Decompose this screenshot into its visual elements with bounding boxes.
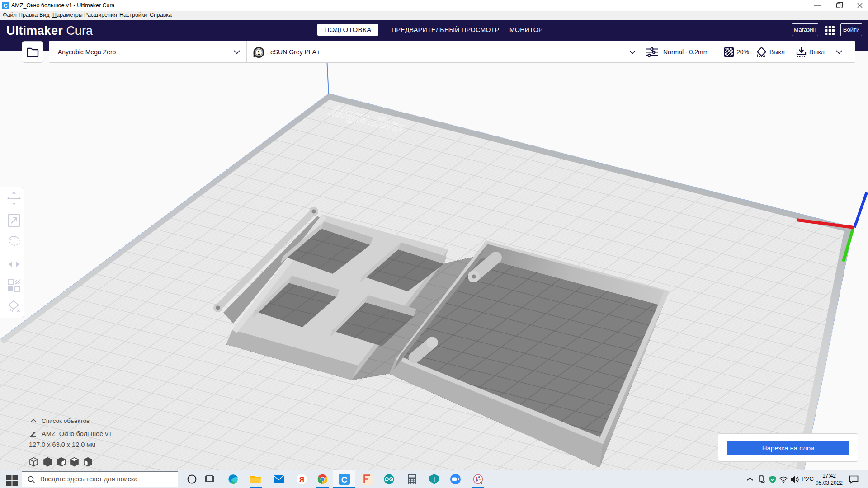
svg-text:C: C xyxy=(4,2,8,9)
svg-text:Я: Я xyxy=(299,475,304,483)
svg-text:C: C xyxy=(341,475,348,484)
svg-text:1: 1 xyxy=(257,50,260,56)
